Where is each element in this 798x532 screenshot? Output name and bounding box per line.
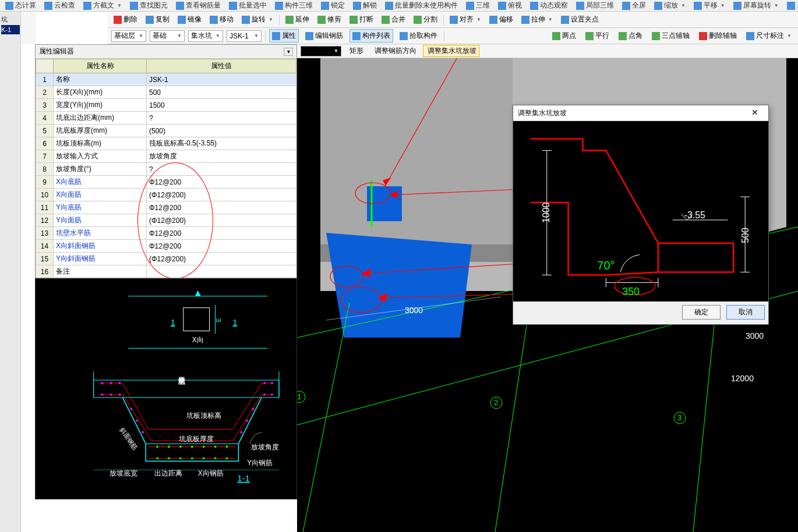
tb-lock[interactable]: 锁定 — [319, 1, 347, 10]
btn-offset[interactable]: 偏移 — [487, 13, 515, 26]
svg-marker-57 — [320, 58, 513, 244]
svg-text:坑壁水平筋: 坑壁水平筋 — [178, 377, 186, 385]
table-row[interactable]: 7放坡输入方式放坡角度 — [36, 150, 296, 163]
svg-text:12000: 12000 — [731, 374, 754, 383]
tb-3d2[interactable]: 三维 — [464, 1, 492, 10]
btn-copy[interactable]: 复制 — [143, 13, 172, 26]
tb-pan[interactable]: 平移▼ — [692, 1, 727, 10]
tb-batch-sel[interactable]: 批量选中 — [227, 1, 269, 10]
svg-text:坑底板厚度: 坑底板厚度 — [178, 435, 214, 443]
btn-mirror[interactable]: 镜像 — [175, 13, 204, 26]
svg-point-31 — [168, 457, 170, 459]
tb-zoom[interactable]: 缩放▼ — [652, 1, 687, 10]
table-row[interactable]: 12Y向面筋(Φ12@200) — [36, 214, 296, 227]
table-row[interactable]: 9X向底筋Φ12@200 — [36, 176, 296, 189]
svg-text:350: 350 — [622, 286, 640, 297]
property-editor: 属性编辑器 ▾ 属性名称 属性值 1名称JSK-12长度(X向)(mm)5003… — [35, 44, 297, 278]
btn-grips[interactable]: 设置夹点 — [559, 13, 601, 26]
btn-merge[interactable]: 合并 — [379, 13, 408, 26]
table-row[interactable]: 2长度(X向)(mm)500 — [36, 86, 296, 99]
svg-point-40 — [191, 445, 193, 448]
svg-line-63 — [303, 303, 349, 532]
btn-dim[interactable]: 尺寸标注▼ — [743, 29, 795, 42]
svg-text:E: E — [216, 318, 223, 322]
btn-stretch[interactable]: 拉伸▼ — [519, 13, 555, 26]
tree-item[interactable]: 坑 — [1, 14, 20, 25]
table-row[interactable]: 15Y向斜面钢筋(Φ12@200) — [36, 253, 296, 265]
svg-point-19 — [118, 393, 121, 396]
table-row[interactable]: 1名称JSK-1 — [36, 73, 296, 86]
btn-del-axis[interactable]: 删除辅轴 — [696, 29, 740, 42]
btn-align[interactable]: 对齐▼ — [447, 13, 483, 26]
dd-color[interactable]: ▼ — [301, 46, 341, 56]
svg-text:X向: X向 — [192, 336, 204, 344]
tb-cloud[interactable]: 云检查 — [43, 1, 77, 10]
btn-rect[interactable]: 矩形 — [345, 45, 366, 57]
svg-line-64 — [495, 303, 530, 532]
table-row[interactable]: 11Y向底筋Φ12@200 — [36, 201, 296, 214]
btn-parallel[interactable]: 平行 — [582, 29, 612, 42]
tb-top[interactable]: 俯视 — [496, 1, 524, 10]
btn-rotate[interactable]: 旋转▼ — [239, 13, 276, 26]
table-row[interactable]: 4坑底出边距离(mm)? — [36, 112, 296, 125]
table-row[interactable]: 5坑底板厚度(mm)(500) — [36, 125, 296, 137]
btn-list[interactable]: 构件列表 — [349, 29, 393, 42]
svg-point-17 — [101, 393, 104, 396]
slope-dialog: 调整集水坑放坡 ✕ — [513, 105, 769, 325]
btn-move[interactable]: 移动 — [207, 13, 236, 26]
tb-floor[interactable]: 选择楼层 — [785, 1, 798, 10]
btn-split[interactable]: 分割 — [411, 13, 440, 26]
svg-line-65 — [693, 303, 716, 532]
btn-trim[interactable]: 修剪 — [315, 13, 344, 26]
dd-type[interactable]: 集水坑▼ — [188, 30, 223, 42]
tb-calc[interactable]: 态计算 — [3, 1, 38, 10]
table-row[interactable]: 3宽度(Y向)(mm)1500 — [36, 99, 296, 112]
svg-point-20 — [263, 382, 266, 384]
btn-edit-rebar[interactable]: 编辑钢筋 — [302, 29, 346, 42]
svg-point-14 — [101, 382, 104, 384]
dd-instance[interactable]: JSK-1▼ — [227, 30, 262, 42]
ok-button[interactable]: 确定 — [682, 305, 721, 320]
table-row[interactable]: 13坑壁水平筋Φ12@200 — [36, 227, 296, 240]
svg-text:1-1: 1-1 — [237, 473, 250, 483]
svg-point-15 — [110, 382, 112, 384]
close-icon[interactable]: ✕ — [746, 108, 764, 118]
tb-unlock[interactable]: 解锁 — [351, 1, 379, 10]
tb-local3d[interactable]: 局部三维 — [574, 1, 616, 10]
cancel-button[interactable]: 取消 — [726, 305, 765, 320]
table-row[interactable]: 8放坡角度(°)? — [36, 163, 296, 176]
tree-item-selected[interactable]: K-1 — [1, 25, 20, 34]
btn-break[interactable]: 打断 — [347, 13, 376, 26]
tb-block[interactable]: 方截文▼ — [82, 1, 123, 10]
tb-find[interactable]: 查找图元 — [128, 1, 170, 10]
table-row[interactable]: 14X向斜面钢筋Φ12@200 — [36, 240, 296, 253]
btn-delete[interactable]: 删除 — [111, 13, 140, 26]
table-row[interactable]: 6坑板顶标高(m)筏板底标高-0.5(-3.55) — [36, 137, 296, 150]
dd-category[interactable]: 基础▼ — [150, 30, 185, 42]
svg-point-28 — [246, 420, 248, 422]
svg-text:坑板顶标高: 坑板顶标高 — [186, 412, 221, 420]
tb-3d[interactable]: 构件三维 — [273, 1, 315, 10]
btn-extend[interactable]: 延伸 — [283, 13, 312, 26]
btn-pick[interactable]: 拾取构件 — [397, 29, 440, 42]
close-icon[interactable]: ▾ — [284, 48, 293, 56]
table-row[interactable]: 16备注 — [36, 265, 296, 278]
dd-floor[interactable]: 基础层▼ — [111, 30, 146, 42]
btn-2pt[interactable]: 两点 — [549, 29, 579, 42]
table-row[interactable]: 10X向面筋(Φ12@200) — [36, 189, 296, 201]
tb-rotate[interactable]: 屏幕旋转▼ — [732, 1, 781, 10]
left-sidebar: 坑 K-1 — [0, 12, 21, 532]
btn-3pt[interactable]: 三点辅轴 — [649, 29, 693, 42]
svg-point-23 — [271, 393, 273, 396]
btn-adj-slope[interactable]: 调整集水坑放坡 — [423, 45, 479, 57]
tb-orbit[interactable]: 动态观察 — [528, 1, 570, 10]
btn-adj-dir[interactable]: 调整钢筋方向 — [370, 45, 419, 57]
tb-batch-del[interactable]: 批量删除未使用构件 — [383, 1, 460, 10]
svg-point-30 — [156, 457, 158, 459]
svg-text:70°: 70° — [597, 259, 615, 272]
svg-point-22 — [263, 393, 266, 396]
btn-props[interactable]: 属性 — [269, 29, 299, 42]
tb-view-rebar[interactable]: 查看钢筋量 — [174, 1, 223, 10]
btn-ptangle[interactable]: 点角 — [616, 29, 645, 42]
tb-full[interactable]: 全屏 — [620, 1, 648, 10]
